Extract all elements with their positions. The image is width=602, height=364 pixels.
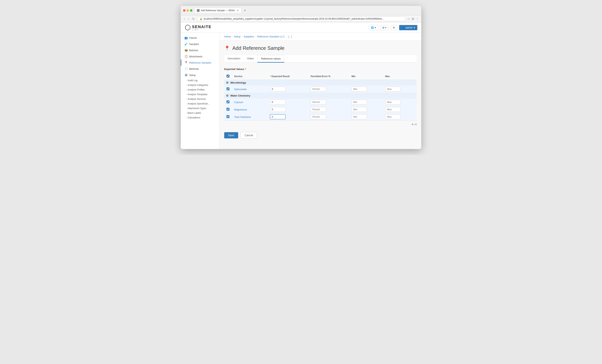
service-name-cell-salmonella: Salmonella <box>232 85 268 93</box>
extensions-button[interactable]: ⚙ <box>411 17 414 21</box>
cancel-button[interactable]: Cancel <box>240 132 257 139</box>
expected-result-cell-magnesium <box>268 106 308 113</box>
max-cell-calcium <box>383 98 417 106</box>
menu-button[interactable]: ⋮ <box>416 17 419 21</box>
save-button[interactable]: Save <box>224 132 238 138</box>
sidebar-sub-analysis-specifications[interactable]: › Analysis Specificati... <box>181 101 219 106</box>
category-expand-water_chemistry[interactable]: ⊞ <box>226 94 228 97</box>
service-checkbox-total_hardness[interactable] <box>226 115 229 118</box>
sidebar-sub-audit-log[interactable]: › Audit Log <box>181 78 219 83</box>
service-checkbox-calcium[interactable] <box>226 100 229 103</box>
min-input-magnesium[interactable] <box>351 107 367 112</box>
min-input-salmonella[interactable] <box>351 87 367 92</box>
sidebar-label-methods: Methods <box>189 67 199 70</box>
service-name-cell-total_hardness: Total Hardness <box>232 113 268 121</box>
tab-reference-values[interactable]: Reference values <box>257 55 284 62</box>
new-tab-button[interactable]: + <box>243 9 247 13</box>
chevron-icon-9: › <box>186 117 187 119</box>
sidebar-label-batches: Batches <box>189 49 198 52</box>
admin-button[interactable]: 👤 admin ▾ <box>399 25 417 30</box>
reload-button[interactable]: ↻ <box>191 17 195 21</box>
permitted-error-input-salmonella[interactable] <box>311 87 326 92</box>
sidebar-sub-attachment-types[interactable]: › Attachment Types <box>181 106 219 111</box>
page-header-row: 📍 Add Reference Sample <box>224 45 417 51</box>
bookmark-button[interactable]: ☆ <box>407 17 410 21</box>
tab-dates[interactable]: Dates <box>244 55 257 62</box>
sidebar-sub-analysis-templates[interactable]: › Analysis Templates <box>181 92 219 97</box>
expected-result-input-total_hardness[interactable] <box>270 114 285 119</box>
address-bar[interactable]: 🔒 localhost:8080/senaite/bika_setup/bika… <box>197 16 406 21</box>
min-input-calcium[interactable] <box>351 100 367 104</box>
permitted-error-input-total_hardness[interactable] <box>311 114 326 119</box>
sidebar-item-samples[interactable]: 🧪 Samples <box>181 41 219 47</box>
breadcrumb-reference-samples-llc[interactable]: Reference Samples LLC. <box>257 35 285 38</box>
tab-description[interactable]: Description <box>224 55 244 62</box>
language-button[interactable]: 🌐 ▾ <box>369 25 378 30</box>
sidebar-item-batches[interactable]: 📦 Batches <box>181 47 219 53</box>
permitted-error-input-magnesium[interactable] <box>311 107 326 112</box>
tab-close-button[interactable]: ✕ <box>236 9 239 12</box>
breadcrumb-setup[interactable]: Setup <box>234 35 240 38</box>
fullscreen-traffic-light[interactable] <box>190 9 192 12</box>
breadcrumb-home[interactable]: Home <box>224 35 231 38</box>
back-button[interactable]: ‹ <box>183 17 186 21</box>
max-input-calcium[interactable] <box>385 100 401 104</box>
tab-description-label: Description <box>228 57 240 60</box>
category-row-microbiology: ⊞ Microbiology <box>224 80 417 85</box>
sidebar-item-worksheets[interactable]: 📋 Worksheets <box>181 53 219 60</box>
sidebar-item-clients[interactable]: 👥 Clients <box>181 35 219 41</box>
service-link-total_hardness[interactable]: Total Hardness <box>234 115 251 118</box>
close-traffic-light[interactable] <box>183 9 185 12</box>
service-checkbox-cell-salmonella <box>224 85 232 93</box>
sidebar: 👥 Clients 🧪 Samples 📦 Batches 📋 Workshee… <box>181 33 220 149</box>
category-expand-microbiology[interactable]: ⊞ <box>226 81 228 84</box>
min-input-total_hardness[interactable] <box>351 114 367 119</box>
service-link-calcium[interactable]: Calcium <box>234 101 243 104</box>
browser-tabs: Add Reference Sample — SENA ✕ + <box>194 8 419 13</box>
sidebar-sub-calculations[interactable]: › Calculations <box>181 115 219 120</box>
page-content: 📍 Add Reference Sample Description Dates… <box>220 41 421 143</box>
minimize-traffic-light[interactable] <box>187 9 189 12</box>
forward-button[interactable]: › <box>187 17 190 21</box>
svg-marker-0 <box>185 25 190 30</box>
sidebar-item-reference-samples[interactable]: 📍 Reference Samples <box>181 60 219 66</box>
browser-addressbar: ‹ › ↻ 🔒 localhost:8080/senaite/bika_setu… <box>181 15 421 22</box>
max-input-magnesium[interactable] <box>385 107 401 112</box>
service-checkbox-salmonella[interactable] <box>226 87 229 90</box>
sidebar-sub-analysis-categories[interactable]: › Analysis Categories <box>181 83 219 87</box>
apps-button[interactable]: ⊞ ▾ <box>380 25 389 30</box>
min-cell-total_hardness <box>349 113 383 121</box>
active-browser-tab[interactable]: Add Reference Sample — SENA ✕ <box>194 8 241 13</box>
service-checkbox-cell-magnesium <box>224 106 232 113</box>
service-link-magnesium[interactable]: Magnesium <box>234 108 247 111</box>
permitted-error-input-calcium[interactable] <box>311 100 326 104</box>
sidebar-sub-batch-labels[interactable]: › Batch Labels <box>181 111 219 115</box>
category-cell-microbiology: ⊞ Microbiology <box>224 80 417 85</box>
max-input-total_hardness[interactable] <box>385 114 401 119</box>
sub-label-analysis-specifications: Analysis Specificati... <box>188 102 209 105</box>
expected-result-input-magnesium[interactable] <box>270 107 285 112</box>
sidebar-sub-analysis-services[interactable]: › Analysis Services <box>181 97 219 101</box>
col-permitted-error: Permitted Error % <box>308 73 349 80</box>
main-content: Home / Setup / Suppliers / Reference Sam… <box>220 33 421 149</box>
browser-titlebar: Add Reference Sample — SENA ✕ + <box>181 6 421 15</box>
gear-icon: ⚙ <box>393 26 395 29</box>
expected-result-cell-total_hardness <box>268 113 308 121</box>
expected-result-input-calcium[interactable] <box>270 100 285 104</box>
service-checkbox-magnesium[interactable] <box>226 108 229 111</box>
expected-result-input-salmonella[interactable] <box>270 87 285 92</box>
max-input-salmonella[interactable] <box>385 87 401 92</box>
chevron-icon-2: › <box>186 84 187 86</box>
admin-chevron: ▾ <box>414 26 415 29</box>
breadcrumb-suppliers[interactable]: Suppliers <box>244 35 254 38</box>
select-all-checkbox[interactable] <box>226 75 229 78</box>
service-link-salmonella[interactable]: Salmonella <box>234 88 247 91</box>
sidebar-sub-analysis-profiles[interactable]: › Analysis Profiles <box>181 87 219 92</box>
app-logo: SENAITE LIMS <box>185 24 212 31</box>
sidebar-item-methods[interactable]: 📄 Methods <box>181 66 219 72</box>
sidebar-item-setup[interactable]: ⚙️ Setup <box>181 72 219 78</box>
settings-button[interactable]: ⚙ <box>391 25 397 30</box>
breadcrumb-sep-1: / <box>232 35 233 38</box>
min-cell-calcium <box>349 98 383 106</box>
expected-values-label: Expected Values • <box>224 67 417 71</box>
